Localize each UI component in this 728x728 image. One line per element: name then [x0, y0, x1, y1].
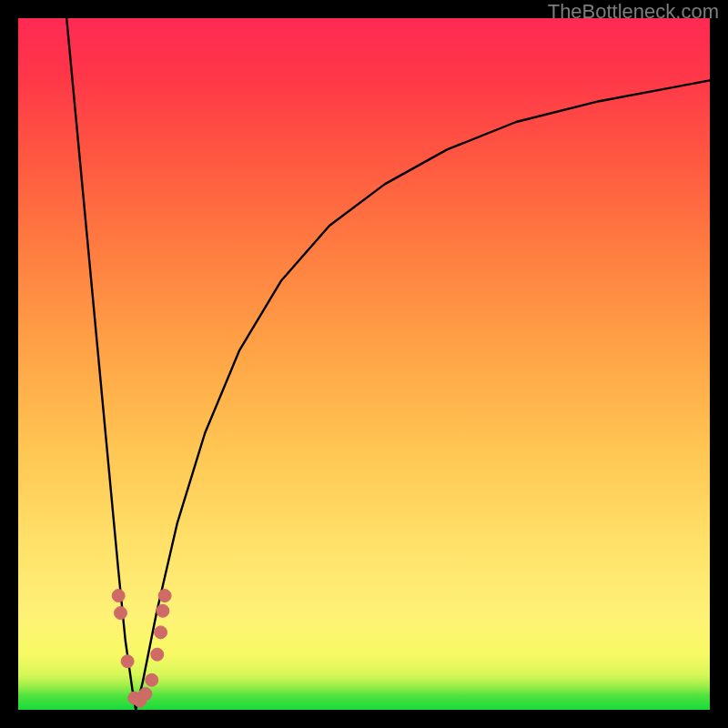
data-point	[114, 607, 126, 620]
chart-frame: TheBottleneck.com	[0, 0, 728, 728]
chart-svg	[18, 18, 710, 710]
data-point	[155, 626, 167, 639]
watermark-text: TheBottleneck.com	[548, 0, 719, 24]
data-point	[146, 673, 158, 686]
data-point	[121, 655, 134, 668]
curve-left-branch	[66, 18, 136, 710]
data-point	[157, 604, 169, 617]
marker-layer	[112, 590, 171, 708]
chart-plot-area	[18, 18, 710, 710]
curve-right-branch	[136, 80, 710, 710]
data-point	[112, 590, 125, 602]
data-point	[158, 590, 171, 602]
data-point	[139, 688, 152, 701]
data-point	[151, 648, 164, 661]
